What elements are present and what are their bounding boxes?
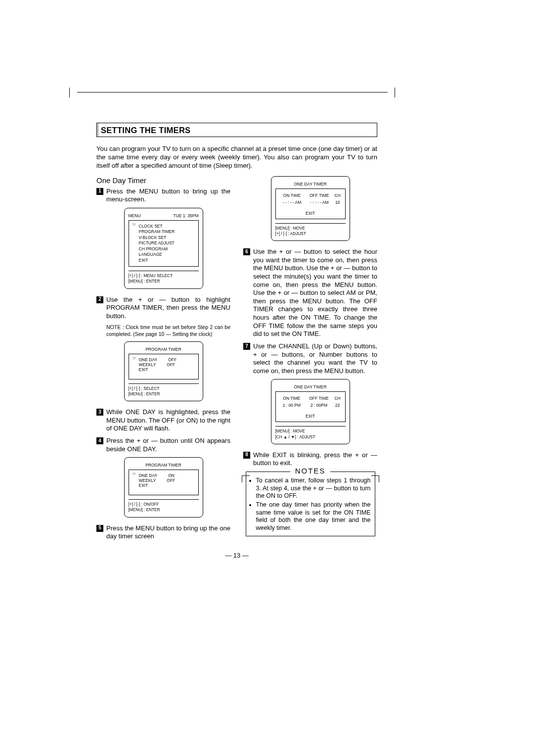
osd-value: ON [168,473,175,478]
osd-field: EXIT [139,483,148,488]
osd-col-header: CH [333,395,342,402]
osd-hint: [MENU] : ENTER [129,391,199,397]
step-text: Press the MENU button to bring up the me… [106,188,230,204]
osd-hint: [MENU] : ENTER [129,507,199,513]
step-4: 4 Press the + or — button until ON appea… [96,437,230,453]
step-7: 7 Use the CHANNEL (Up or Down) buttons, … [243,342,377,376]
page-content: SETTING THE TIMERS You can program your … [96,123,377,559]
osd-value: 10 [333,199,342,206]
osd-value: OFF [168,357,177,362]
osd-value: 1 : 00 PM [279,402,305,409]
osd-col-header: OFF TIME [305,192,333,199]
step-1: 1 Press the MENU button to bring up the … [96,188,230,204]
osd-value: OFF [167,478,175,483]
notes-item: The one day timer has priority when the … [256,501,371,532]
osd-title: ONE DAY TIMER [294,182,326,187]
osd-title: ONE DAY TIMER [294,384,326,389]
crop-mark [69,88,70,97]
step-text: While ONE DAY is highlighted, press the … [106,408,230,433]
osd-title: PROGRAM TIMER [145,347,181,352]
crop-mark [395,88,395,97]
osd-field: WEEKLY [139,478,156,483]
pointer-icon: ☞ [132,355,136,361]
osd-one-day-timer-2: ONE DAY TIMER ON TIME OFF TIME CH 1 : 00… [271,379,350,444]
step-text: While EXIT is blinking, press the + or —… [253,451,377,468]
osd-value: OFF [167,362,175,367]
osd-col-header: CH [333,192,342,199]
osd-field: EXIT [139,367,148,372]
step-number-icon: 3 [96,409,103,416]
osd-hint: [+] / [-] : MENU SELECT [129,273,199,279]
osd-item: V-BLOCK SET [132,235,195,240]
osd-one-day-timer-1: ONE DAY TIMER ON TIME OFF TIME CH - - : … [271,176,350,241]
osd-hint: [MENU] : MOVE [275,428,346,434]
pointer-icon: ☞ [132,471,136,476]
osd-col-header: ON TIME [279,192,306,199]
step-text: Press the MENU button to bring up the on… [106,524,230,541]
page-number: — 13 — [96,552,377,559]
osd-hint: [MENU] : MOVE [275,226,346,231]
osd-item: EXIT [132,258,195,263]
osd-exit: EXIT [279,414,342,419]
pointer-icon: ☞ [132,222,136,227]
osd-item: PICTURE ADJUST [132,240,195,246]
osd-hint: [MENU] : ENTER [129,279,199,284]
step-text: Press the + or — button until ON appears… [106,437,230,453]
step-number-icon: 4 [96,437,103,444]
osd-value: - - : - - AM [279,199,306,206]
step-number-icon: 5 [96,525,103,532]
step-number-icon: 2 [96,296,103,303]
step-text: Use the CHANNEL (Up or Down) buttons, + … [253,342,377,376]
step-text: Use the + or — button to select the hour… [253,248,377,338]
osd-table: ON TIME OFF TIME CH - - : - - AM - - : -… [279,192,342,206]
osd-field: ONE DAY [139,357,158,362]
osd-program-timer-1: PROGRAM TIMER ☞ ONE DAYOFF WEEKLYOFF EXI… [124,341,203,401]
step-number-icon: 7 [243,343,250,350]
crop-mark [77,92,388,93]
osd-clock: TUE 1: 35PM [173,213,198,218]
osd-title: PROGRAM TIMER [145,463,181,468]
step-3: 3 While ONE DAY is highlighted, press th… [96,408,230,433]
right-column: ONE DAY TIMER ON TIME OFF TIME CH - - : … [243,176,377,545]
osd-hint: [+] / [-] : ON/OFF [129,502,199,507]
notes-item: To cancel a timer, follow steps 1 throug… [256,477,371,500]
step-number-icon: 8 [243,452,250,459]
osd-item: PROGRAM TIMER [132,229,195,235]
osd-exit: EXIT [279,211,342,216]
osd-field: WEEKLY [139,362,156,367]
osd-value: 2 : 00PM [305,402,333,409]
osd-value: - - : - - AM [305,199,333,206]
step-number-icon: 1 [96,188,103,195]
osd-col-header: ON TIME [279,395,305,402]
step-8: 8 While EXIT is blinking, press the + or… [243,451,377,468]
osd-menu-label: MENU [129,213,141,218]
notes-box: NOTES To cancel a timer, follow steps 1 … [246,472,375,536]
step-note: NOTE : Clock time must be set before Ste… [106,324,230,337]
osd-program-timer-2: PROGRAM TIMER ☞ ONE DAYON WEEKLYOFF EXIT… [124,457,203,517]
osd-hint: [+] / [-] : SELECT [129,386,199,391]
osd-main-menu: MENU TUE 1: 35PM ☞ CLOCK SET PROGRAM TIM… [124,208,203,289]
step-5: 5 Press the MENU button to bring up the … [96,524,230,541]
osd-item: LANGUAGE [132,252,195,257]
osd-hint: [+] / [-] : ADJUST [275,231,346,236]
osd-item: CH PROGRAM [132,246,195,252]
osd-item: CLOCK SET [132,224,195,229]
osd-value: 22 [333,402,342,409]
step-6: 6 Use the + or — button to select the ho… [243,248,377,338]
osd-field: ONE DAY [139,473,158,478]
notes-title: NOTES [290,467,331,476]
osd-hint: [CH ▲ / ▼] : ADJUST [275,434,346,440]
step-text: Use the + or — button to highlight PROGR… [106,296,230,321]
step-number-icon: 6 [243,248,250,255]
section-title: SETTING THE TIMERS [96,123,377,137]
left-column: One Day Timer 1 Press the MENU button to… [96,176,230,545]
step-2: 2 Use the + or — button to highlight PRO… [96,296,230,321]
subheading: One Day Timer [96,176,230,185]
osd-table: ON TIME OFF TIME CH 1 : 00 PM 2 : 00PM 2… [279,395,342,409]
osd-col-header: OFF TIME [305,395,333,402]
intro-paragraph: You can program your TV to turn on a spe… [96,145,377,170]
